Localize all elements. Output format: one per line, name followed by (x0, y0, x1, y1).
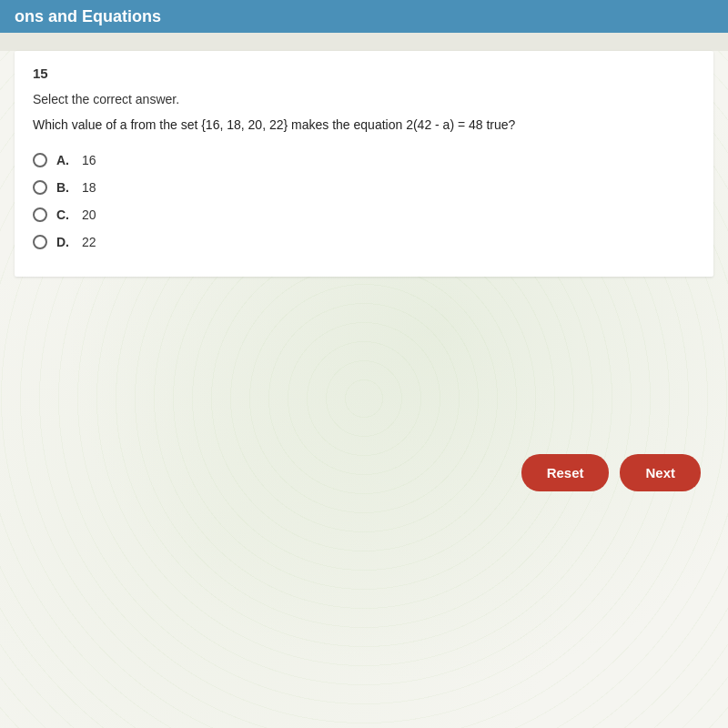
header-bar: ons and Equations (0, 0, 728, 33)
option-label-a: A. (56, 153, 75, 167)
option-item-d[interactable]: D. 22 (33, 235, 695, 249)
radio-a[interactable] (33, 153, 47, 167)
option-value-a: 16 (82, 153, 96, 167)
header-title: ons and Equations (15, 7, 161, 26)
buttons-area: Reset Next (521, 454, 701, 491)
question-number: 15 (33, 66, 695, 81)
option-label-b: B. (56, 180, 75, 195)
radio-b[interactable] (33, 180, 47, 195)
question-card: 15 Select the correct answer. Which valu… (15, 51, 713, 277)
option-value-b: 18 (82, 180, 96, 195)
main-content: 15 Select the correct answer. Which valu… (0, 51, 728, 728)
question-text: Which value of a from the set {16, 18, 2… (33, 116, 695, 135)
reset-button[interactable]: Reset (521, 454, 610, 491)
instruction-text: Select the correct answer. (33, 92, 695, 106)
option-item-c[interactable]: C. 20 (33, 207, 695, 222)
option-label-c: C. (56, 207, 75, 222)
option-value-c: 20 (82, 207, 96, 222)
option-label-d: D. (56, 235, 75, 249)
radio-c[interactable] (33, 207, 47, 222)
option-item-b[interactable]: B. 18 (33, 180, 695, 195)
options-list: A. 16 B. 18 C. 20 D. 22 (33, 153, 695, 249)
radio-d[interactable] (33, 235, 47, 249)
option-value-d: 22 (82, 235, 96, 249)
option-item-a[interactable]: A. 16 (33, 153, 695, 167)
next-button[interactable]: Next (620, 454, 701, 491)
